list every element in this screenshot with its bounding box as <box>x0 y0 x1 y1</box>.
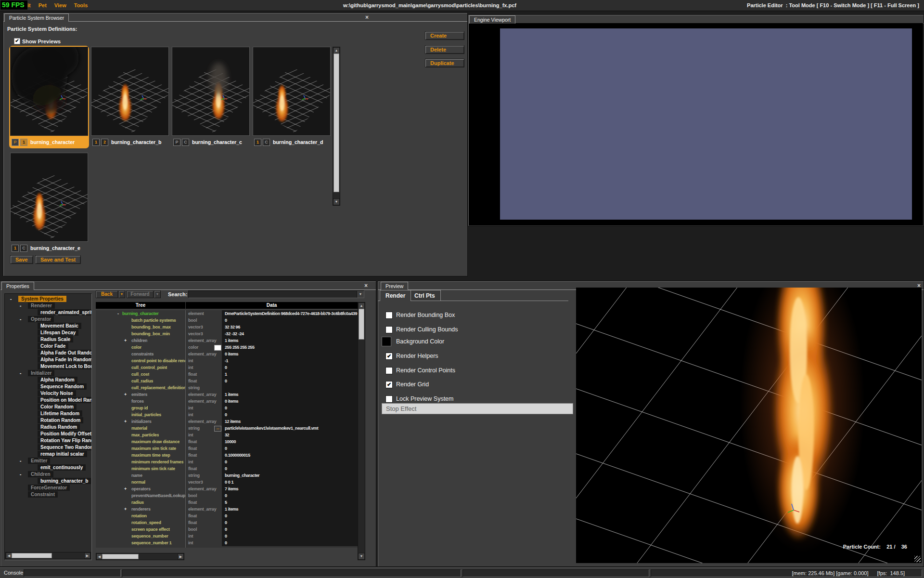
scroll-down-icon[interactable]: ▼ <box>358 553 365 560</box>
attribute-row-cull-control-point[interactable]: cull_control_pointint0 <box>96 364 358 371</box>
attribute-row-minimum-sim-tick-rate[interactable]: minimum sim tick ratefloat0 <box>96 465 358 472</box>
tree-row-alpha-random[interactable]: Alpha Random <box>5 377 90 383</box>
menu-pet[interactable]: Pet <box>35 0 51 11</box>
attribute-row-children[interactable]: +childrenelement_array1 items <box>96 337 358 344</box>
tree-row-emitter[interactable]: -Emitter <box>5 458 90 464</box>
color-swatch[interactable] <box>214 345 221 351</box>
create-button[interactable]: Create <box>425 31 464 40</box>
engine-viewport-render-area[interactable] <box>500 28 912 220</box>
tree-row-lifespan-decay[interactable]: Lifespan Decay <box>5 329 90 336</box>
scroll-up-icon[interactable]: ▲ <box>333 47 340 54</box>
tree-row-position-modify-offset-random[interactable]: Position Modify Offset Random <box>5 431 90 437</box>
tree-row-movement-lock-to-bone[interactable]: Movement Lock to Bone <box>5 363 90 370</box>
tree-row-lifetime-random[interactable]: Lifetime Random <box>5 410 90 417</box>
element-hscrollbar[interactable]: ◀ ▶ <box>96 553 184 560</box>
attribute-row-maximum-draw-distance[interactable]: maximum draw distancefloat10000 <box>96 438 358 445</box>
tree-row-forcegenerator[interactable]: ForceGenerator <box>5 485 90 491</box>
attribute-row-cull-replacement-definition[interactable]: cull_replacement_definitionstring <box>96 384 358 391</box>
console-tab[interactable]: Console <box>4 570 23 576</box>
save-and-test-button[interactable]: Save and Test <box>35 255 81 264</box>
checkbox-render-helpers[interactable]: ✔ <box>385 353 393 360</box>
checkbox-render-bounding-box[interactable] <box>385 312 393 319</box>
column-header-tree[interactable]: Tree <box>96 302 185 309</box>
attribute-row-sequence-number-1[interactable]: sequence_number 1int0 <box>96 539 358 546</box>
particle-item-burning_character_b[interactable]: 12burning_character_b <box>91 47 169 147</box>
attribute-row-cull-radius[interactable]: cull_radiusfloat0 <box>96 378 358 384</box>
attribute-row-cull-cost[interactable]: cull_costfloat1 <box>96 371 358 378</box>
attribute-row-constraints[interactable]: constraintselement_array0 items <box>96 351 358 357</box>
particle-item-burning_character_c[interactable]: PCburning_character_c <box>172 47 250 147</box>
close-icon[interactable]: × <box>365 14 369 20</box>
browser-scrollbar[interactable]: ▲ ▼ <box>333 47 340 206</box>
attribute-row-burning-character[interactable]: -burning_characterelementDmeParticleSyst… <box>96 310 358 317</box>
checkbox-render-grid[interactable]: ✔ <box>385 381 393 388</box>
checkbox-render-culling-bounds[interactable] <box>385 326 393 333</box>
expand-icon[interactable]: + <box>124 486 127 492</box>
attribute-row-control-point-to-disable-rendering[interactable]: control point to disable renderingint-1 <box>96 357 358 364</box>
checkbox-lock-preview-system[interactable] <box>385 395 393 403</box>
tree-row-burning-character-b[interactable]: burning_character_b <box>5 478 90 485</box>
checkbox-render-control-points[interactable] <box>385 367 393 374</box>
tree-row-system-properties[interactable]: -System Properties <box>5 296 90 302</box>
tree-row-rotation-random[interactable]: Rotation Random <box>5 417 90 424</box>
attribute-row-sequence-number[interactable]: sequence_numberint0 <box>96 533 358 539</box>
tree-row-velocity-noise[interactable]: Velocity Noise <box>5 390 90 397</box>
tree-row-radius-random[interactable]: Radius Random <box>5 424 90 431</box>
collapse-icon[interactable]: - <box>20 303 21 308</box>
tree-row-remap-initial-scalar[interactable]: remap initial scalar <box>5 451 90 458</box>
attribute-row-minimum-rendered-frames[interactable]: minimum rendered framesint0 <box>96 459 358 465</box>
collapse-icon[interactable]: - <box>20 370 21 376</box>
tab-engine-viewport[interactable]: Engine Viewport <box>469 15 515 24</box>
tree-row-movement-basic[interactable]: Movement Basic <box>5 323 90 329</box>
expand-icon[interactable]: + <box>124 506 127 512</box>
close-icon[interactable]: × <box>917 283 921 289</box>
particle-item-burning_character[interactable]: P1burning_character <box>10 47 88 147</box>
menu-view[interactable]: View <box>51 0 70 11</box>
menu-tools[interactable]: Tools <box>70 0 92 11</box>
scroll-right-icon[interactable]: ▶ <box>84 552 90 559</box>
collapse-icon[interactable]: - <box>10 296 12 302</box>
back-dropdown-icon[interactable]: ▼ <box>118 290 125 298</box>
collapse-icon[interactable]: - <box>20 472 21 477</box>
scroll-down-icon[interactable]: ▼ <box>333 198 340 205</box>
tab-particle-system-browser[interactable]: Particle System Browser <box>4 13 69 22</box>
column-header-data[interactable]: Data <box>186 302 358 309</box>
resize-grip[interactable] <box>914 556 921 562</box>
scroll-right-icon[interactable]: ▶ <box>178 553 184 560</box>
attribute-row-emitters[interactable]: +emitterselement_array1 items <box>96 391 358 398</box>
scroll-thumb[interactable] <box>102 554 139 559</box>
scroll-up-icon[interactable]: ▲ <box>358 302 365 309</box>
scroll-thumb[interactable] <box>334 53 339 192</box>
collapse-icon[interactable]: - <box>117 310 119 317</box>
tree-row-initializer[interactable]: -Initializer <box>5 370 90 377</box>
forward-button[interactable]: Forward <box>127 290 154 298</box>
tab-properties[interactable]: Properties <box>1 282 34 290</box>
tree-row-position-on-model-random[interactable]: Position on Model Random <box>5 397 90 404</box>
attribute-row-rotation-speed[interactable]: rotation_speedfloat0 <box>96 519 358 526</box>
attribute-row-renderers[interactable]: +rendererselement_array1 items <box>96 506 358 512</box>
search-dropdown-icon[interactable]: ▼ <box>357 291 364 298</box>
browse-file-button[interactable]: ... <box>214 426 221 432</box>
attribute-row-max-particles[interactable]: max_particlesint32 <box>96 432 358 438</box>
attribute-row-bounding-box-min[interactable]: bounding_box_minvector3-32 -32 -24 <box>96 330 358 337</box>
attribute-row-batch-particle-systems[interactable]: batch particle systemsbool0 <box>96 317 358 324</box>
tree-row-color-random[interactable]: Color Random <box>5 404 90 410</box>
tab-render[interactable]: Render <box>380 290 411 301</box>
particle-item-burning_character_d[interactable]: 1Cburning_character_d <box>253 47 331 147</box>
tree-row-renderer[interactable]: -Renderer <box>5 302 90 309</box>
delete-button[interactable]: Delete <box>425 45 464 54</box>
tree-row-radius-scale[interactable]: Radius Scale <box>5 336 90 343</box>
tree-row-constraint[interactable]: Constraint <box>5 491 90 498</box>
search-input[interactable]: ▼ <box>188 290 364 298</box>
attribute-row-rotation[interactable]: rotationfloat0 <box>96 512 358 519</box>
attribute-row-material[interactable]: materialstring...particle\vistasmokev1\v… <box>96 425 358 432</box>
close-icon[interactable]: × <box>364 283 368 289</box>
tree-row-children[interactable]: -Children <box>5 471 90 478</box>
forward-dropdown-icon[interactable]: ▼ <box>154 290 161 298</box>
tree-row-alpha-fade-out-random[interactable]: Alpha Fade Out Random <box>5 350 90 356</box>
preview-render-viewport[interactable]: Particle Count: 21 / 36 <box>576 288 922 563</box>
duplicate-button[interactable]: Duplicate <box>425 59 464 67</box>
attribute-row-name[interactable]: namestringburning_character <box>96 472 358 479</box>
stop-effect-button[interactable]: Stop Effect <box>382 403 573 414</box>
expand-icon[interactable]: + <box>124 337 127 344</box>
